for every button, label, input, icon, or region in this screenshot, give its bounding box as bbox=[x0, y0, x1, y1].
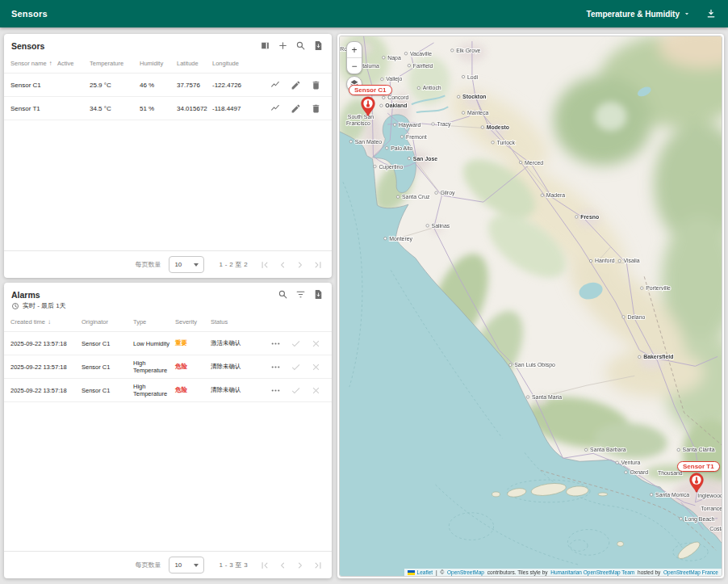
col-temperature[interactable]: Temperature bbox=[90, 60, 140, 67]
col-originator[interactable]: Originator bbox=[82, 318, 133, 326]
sort-created-time[interactable]: Created time↓ bbox=[10, 318, 82, 326]
map-marker-sensor-t1[interactable] bbox=[689, 473, 704, 494]
map-city-label: Hanford bbox=[595, 258, 615, 263]
export-file-icon bbox=[313, 289, 324, 300]
export-button[interactable] bbox=[313, 40, 324, 51]
columns-button[interactable] bbox=[260, 40, 270, 51]
osm-link[interactable]: OpenStreetMap bbox=[447, 569, 484, 575]
entity-selector-dropdown[interactable]: Temperature & Humidity bbox=[587, 10, 691, 19]
alarm-status: 清除未确认 bbox=[211, 386, 262, 394]
marker-tooltip-sensor-t1[interactable]: Sensor T1 bbox=[677, 461, 720, 472]
sort-sensor-name[interactable]: Sensor name↑ bbox=[10, 60, 57, 67]
chart-action-button[interactable] bbox=[270, 80, 281, 90]
line-chart-icon bbox=[270, 103, 281, 114]
alarm-row[interactable]: 2025-09-22 13:57:18 Sensor C1 High Tempe… bbox=[4, 379, 332, 402]
map-city-dot bbox=[650, 494, 652, 496]
table-row[interactable]: Sensor C1 25.9 °C 46 % 37.7576 -122.4726 bbox=[4, 74, 332, 97]
col-type[interactable]: Type bbox=[133, 318, 175, 326]
plus-icon bbox=[278, 40, 288, 51]
col-humidity[interactable]: Humidity bbox=[140, 60, 177, 67]
first-page-button[interactable] bbox=[259, 560, 270, 571]
search-button[interactable] bbox=[295, 40, 306, 51]
items-per-page-select[interactable]: 10 bbox=[169, 557, 204, 573]
next-page-button[interactable] bbox=[295, 560, 306, 571]
page-title: Sensors bbox=[11, 9, 48, 19]
sensor-longitude: -122.4726 bbox=[212, 82, 257, 89]
map-marker-sensor-c1[interactable] bbox=[361, 96, 375, 117]
check-icon bbox=[291, 385, 301, 396]
map-city-dot bbox=[584, 448, 587, 451]
close-icon bbox=[311, 362, 321, 372]
clear-alarm-button[interactable] bbox=[311, 362, 321, 372]
marker-tooltip-sensor-c1[interactable]: Sensor C1 bbox=[349, 85, 392, 95]
table-row[interactable]: Sensor T1 34.5 °C 51 % 34.015672 -118.44… bbox=[4, 97, 332, 120]
prev-page-button[interactable] bbox=[277, 259, 288, 271]
search-button[interactable] bbox=[278, 289, 288, 300]
alarm-row[interactable]: 2025-09-22 13:57:18 Sensor C1 High Tempe… bbox=[4, 355, 332, 379]
acknowledge-button[interactable] bbox=[291, 362, 301, 372]
edit-action-button[interactable] bbox=[291, 103, 301, 114]
map-city-label: Inglewood bbox=[697, 493, 722, 499]
map-city-label: Lodi bbox=[467, 74, 478, 80]
alarm-created-time: 2025-09-22 13:57:18 bbox=[10, 340, 82, 347]
export-button[interactable] bbox=[313, 289, 324, 300]
edit-action-button[interactable] bbox=[291, 80, 301, 90]
last-page-button[interactable] bbox=[312, 560, 324, 571]
more-actions-button[interactable] bbox=[270, 385, 281, 396]
map-city-dot bbox=[680, 517, 682, 519]
col-severity[interactable]: Severity bbox=[175, 318, 211, 326]
alarm-severity: 危险 bbox=[175, 386, 211, 394]
first-page-button[interactable] bbox=[259, 259, 270, 271]
prev-page-button[interactable] bbox=[277, 560, 288, 571]
map-city-label: Fremont bbox=[406, 134, 427, 140]
last-page-button[interactable] bbox=[312, 259, 324, 271]
hot-link[interactable]: Humanitarian OpenStreetMap Team bbox=[550, 569, 634, 575]
add-entity-button[interactable] bbox=[278, 40, 288, 51]
more-actions-button[interactable] bbox=[270, 362, 281, 372]
zoom-in-button[interactable]: + bbox=[347, 42, 362, 57]
alarm-type: High Temperature bbox=[133, 383, 175, 397]
osmfr-link[interactable]: OpenStreetMap France bbox=[663, 569, 718, 575]
filter-button[interactable] bbox=[295, 289, 306, 300]
col-latitude[interactable]: Latitude bbox=[177, 60, 212, 67]
map-city-dot bbox=[393, 124, 395, 126]
delete-action-button[interactable] bbox=[311, 80, 321, 90]
next-page-button[interactable] bbox=[295, 259, 306, 271]
search-icon bbox=[295, 40, 306, 51]
time-window-button[interactable]: 实时 - 最后 1天 bbox=[4, 300, 332, 312]
map-city-label: Porterville bbox=[646, 285, 671, 291]
delete-action-button[interactable] bbox=[311, 103, 321, 114]
col-status[interactable]: Status bbox=[211, 318, 262, 326]
more-actions-button[interactable] bbox=[270, 338, 281, 349]
sensors-paginator: 每页数量 10 1 - 2 至 2 bbox=[4, 250, 332, 278]
map-city-label: Oxnard bbox=[630, 469, 648, 475]
clear-alarm-button[interactable] bbox=[311, 385, 321, 396]
trash-icon bbox=[311, 80, 321, 90]
map-city-dot bbox=[408, 157, 410, 159]
alarm-row[interactable]: 2025-09-22 13:57:18 Sensor C1 Low Humidi… bbox=[4, 332, 332, 355]
items-per-page-select[interactable]: 10 bbox=[169, 256, 204, 273]
leaflet-link[interactable]: Leaflet bbox=[417, 569, 433, 575]
zoom-out-button[interactable]: − bbox=[347, 58, 362, 74]
map-city-dot bbox=[417, 86, 420, 89]
download-button[interactable] bbox=[705, 8, 717, 19]
chevron-down-icon bbox=[194, 263, 199, 267]
more-horiz-icon bbox=[270, 385, 281, 396]
alarms-widget: Alarms 实时 - 最后 1天 Created time↓ Originat… bbox=[4, 283, 332, 578]
map-city-label: Manteca bbox=[467, 110, 489, 116]
leaflet-map[interactable]: Santa RosaVacavilleNapaFairfieldPetaluma… bbox=[339, 36, 722, 577]
search-icon bbox=[278, 289, 288, 300]
col-longitude[interactable]: Longitude bbox=[212, 60, 257, 67]
chart-action-button[interactable] bbox=[270, 103, 281, 114]
map-city-label: Fresno bbox=[580, 214, 599, 220]
acknowledge-button[interactable] bbox=[291, 385, 301, 396]
map-city-dot bbox=[384, 237, 387, 240]
acknowledge-button[interactable] bbox=[291, 338, 301, 349]
clear-alarm-button[interactable] bbox=[311, 338, 321, 349]
map-city-label: Napa bbox=[387, 55, 401, 61]
map-city-label: Monterey bbox=[389, 236, 412, 242]
sensor-name: Sensor T1 bbox=[10, 105, 57, 112]
map-city-label: Santa Maria bbox=[532, 394, 562, 400]
map-city-dot bbox=[451, 49, 454, 52]
col-active[interactable]: Active bbox=[57, 60, 90, 67]
